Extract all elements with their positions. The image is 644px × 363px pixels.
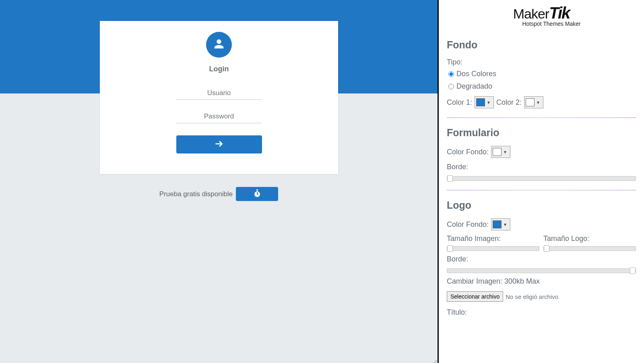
dropdown-icon: ▼ bbox=[502, 150, 509, 154]
logo-colorfondo-picker[interactable]: ▼ bbox=[491, 218, 510, 230]
logo-borde-slider[interactable] bbox=[447, 268, 636, 273]
logo-colorfondo-swatch bbox=[493, 220, 502, 228]
section-logo: Logo Color Fondo: ▼ Tamaño Imagen: Tamañ… bbox=[447, 199, 636, 317]
tipo-label: Tipo: bbox=[447, 58, 636, 66]
tamano-logo-label: Tamaño Logo: bbox=[543, 234, 636, 243]
dropdown-icon: ▼ bbox=[485, 100, 492, 105]
form-borde-slider[interactable] bbox=[447, 176, 636, 181]
preview-pane: Login Prueba gratis disponible bbox=[0, 0, 439, 363]
color2-label: Color 2: bbox=[496, 98, 522, 107]
username-input[interactable] bbox=[176, 86, 262, 100]
brand-tagline: Hotspot Themes Maker bbox=[522, 21, 580, 27]
color1-swatch bbox=[476, 98, 485, 106]
radio-degradado[interactable] bbox=[448, 84, 454, 89]
stopwatch-icon bbox=[252, 189, 262, 199]
color2-swatch bbox=[526, 98, 535, 106]
radio-dos-colores[interactable] bbox=[448, 71, 454, 77]
svg-rect-2 bbox=[256, 189, 258, 190]
login-submit-button[interactable] bbox=[176, 135, 262, 153]
tamano-imagen-slider[interactable] bbox=[447, 246, 539, 251]
file-status-text: No se eligió archivo bbox=[506, 293, 558, 300]
form-colorfondo-picker[interactable]: ▼ bbox=[491, 146, 510, 158]
arrow-right-icon bbox=[214, 139, 224, 150]
tamano-imagen-label: Tamaño Imagen: bbox=[447, 234, 539, 243]
brand-name-part2: Tik bbox=[549, 4, 570, 22]
slider-thumb[interactable] bbox=[630, 268, 636, 274]
radio-dos-colores-label[interactable]: Dos Colores bbox=[456, 70, 496, 78]
resize-handle[interactable] bbox=[432, 357, 438, 363]
password-input[interactable] bbox=[176, 110, 262, 123]
logo-heading: Logo bbox=[447, 199, 636, 211]
dropdown-icon: ▼ bbox=[502, 222, 509, 227]
titulo-label: Título: bbox=[447, 308, 636, 317]
section-divider bbox=[447, 190, 636, 191]
trial-row: Prueba gratis disponible bbox=[0, 187, 438, 201]
color1-label: Color 1: bbox=[447, 98, 472, 107]
tamano-logo-slider[interactable] bbox=[543, 246, 636, 251]
cambiar-imagen-label: Cambiar Imagen: 300kb Max bbox=[447, 277, 540, 286]
section-divider bbox=[447, 117, 636, 118]
brand-logo: MakerTik Hotspot Themes Maker bbox=[447, 0, 636, 27]
login-title: Login bbox=[209, 65, 229, 73]
login-card: Login bbox=[100, 21, 338, 174]
slider-thumb[interactable] bbox=[447, 175, 453, 182]
section-fondo: Fondo Tipo: Dos Colores Degradado Color … bbox=[447, 39, 636, 108]
form-colorfondo-swatch bbox=[493, 148, 502, 156]
logo-colorfondo-label: Color Fondo: bbox=[447, 220, 489, 229]
avatar-circle bbox=[206, 32, 232, 58]
slider-thumb[interactable] bbox=[447, 245, 453, 252]
settings-sidebar[interactable]: MakerTik Hotspot Themes Maker Fondo Tipo… bbox=[439, 0, 644, 363]
section-formulario: Formulario Color Fondo: ▼ Borde: bbox=[447, 127, 636, 181]
formulario-heading: Formulario bbox=[447, 127, 636, 139]
logo-borde-label: Borde: bbox=[447, 255, 468, 263]
color1-picker[interactable]: ▼ bbox=[475, 96, 494, 108]
dropdown-icon: ▼ bbox=[535, 100, 542, 105]
fondo-heading: Fondo bbox=[447, 39, 636, 51]
trial-text: Prueba gratis disponible bbox=[159, 190, 233, 198]
brand-name: MakerTik bbox=[513, 4, 570, 22]
file-select-button[interactable]: Seleccionar archivo bbox=[447, 291, 503, 302]
brand-name-part1: Maker bbox=[513, 6, 549, 21]
color2-picker[interactable]: ▼ bbox=[524, 96, 543, 108]
form-borde-label: Borde: bbox=[447, 163, 468, 171]
radio-degradado-label[interactable]: Degradado bbox=[456, 82, 492, 91]
slider-thumb[interactable] bbox=[544, 245, 549, 252]
form-colorfondo-label: Color Fondo: bbox=[447, 148, 489, 156]
trial-button[interactable] bbox=[236, 187, 278, 201]
person-icon bbox=[212, 37, 226, 52]
